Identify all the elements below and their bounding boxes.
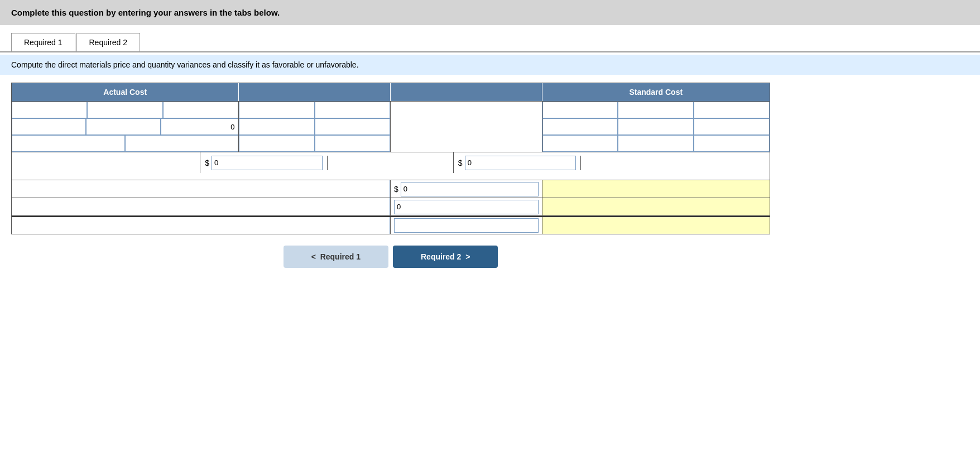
var-left-1: [12, 180, 391, 198]
header-instruction: Complete this question by entering your …: [0, 0, 980, 25]
mid1-cell-3b[interactable]: [315, 135, 390, 152]
mid1-cell-2a[interactable]: [239, 118, 314, 135]
mid1-cell-3a[interactable]: [239, 135, 314, 152]
mid1-input-2a[interactable]: [239, 119, 314, 134]
mid1-input-1b[interactable]: [315, 102, 390, 118]
var-mid-2: [391, 198, 542, 215]
variance-row-1: $: [12, 180, 770, 198]
std-cell-2c[interactable]: [694, 118, 770, 135]
instruction-bar: Compute the direct materials price and q…: [0, 55, 980, 75]
header-standard-cost: Standard Cost: [542, 83, 770, 101]
mid1-group: [239, 102, 391, 152]
mid1-cell-2b[interactable]: [315, 118, 390, 135]
tab-required2[interactable]: Required 2: [76, 33, 141, 51]
mid1-input-3b[interactable]: [315, 136, 390, 151]
actual-cell-1c[interactable]: [163, 102, 238, 118]
dollar-sign-1: $: [205, 158, 209, 167]
actual-input-2b[interactable]: [87, 119, 160, 134]
total-mid1: $: [200, 156, 328, 170]
std-input-1c[interactable]: [694, 102, 769, 118]
var-mid-3: [391, 217, 542, 234]
var-dollar-1: $: [394, 185, 398, 194]
next-arrow: >: [465, 252, 470, 261]
std-cell-3a[interactable]: [542, 135, 618, 152]
next-label: Required 2: [421, 252, 461, 261]
total-actual-input[interactable]: [212, 156, 323, 170]
prev-label: Required 1: [320, 252, 361, 261]
separator: [12, 173, 770, 180]
actual-input-1a[interactable]: [12, 102, 87, 118]
var-yellow-3: [542, 217, 770, 234]
actual-input-1b[interactable]: [88, 102, 162, 118]
standard-cost-group: [542, 102, 770, 152]
var-mid-1: $: [391, 180, 542, 198]
var-left-3: [12, 217, 391, 234]
header-mid2: [391, 83, 542, 101]
column-headers: Actual Cost Standard Cost: [12, 83, 770, 101]
std-cell-1c[interactable]: [694, 102, 770, 118]
var-value-2[interactable]: [394, 200, 539, 214]
std-input-2b[interactable]: [618, 119, 693, 134]
std-cell-3c[interactable]: [694, 135, 770, 152]
mid2-group: [391, 102, 542, 152]
input-section-row1: 0: [12, 101, 770, 152]
std-cell-2a[interactable]: [542, 118, 618, 135]
total-mid2: $: [454, 156, 581, 170]
variance-table: Actual Cost Standard Cost: [11, 83, 770, 234]
prev-button[interactable]: < Required 1: [284, 246, 388, 268]
var-value-1[interactable]: [401, 182, 539, 196]
variance-row-3: [12, 216, 770, 234]
var-yellow-input-3[interactable]: [542, 217, 770, 234]
actual-input-1c[interactable]: [164, 102, 238, 118]
var-left-input-3[interactable]: [12, 217, 390, 234]
var-left-input-1[interactable]: [12, 180, 390, 198]
var-yellow-2: [542, 198, 770, 215]
mid1-cell-1b[interactable]: [315, 102, 390, 118]
mid1-input-3a[interactable]: [239, 136, 314, 151]
dollar-sign-2: $: [458, 158, 463, 167]
tabs-container: Required 1 Required 2: [0, 25, 980, 52]
nav-buttons: < Required 1 Required 2 >: [11, 246, 770, 268]
std-input-1a[interactable]: [543, 102, 618, 118]
actual-cell-2b[interactable]: [86, 118, 160, 135]
std-cell-2b[interactable]: [618, 118, 694, 135]
std-cell-3b[interactable]: [618, 135, 694, 152]
actual-cell-1b[interactable]: [87, 102, 162, 118]
tab-required1[interactable]: Required 1: [11, 33, 75, 51]
std-input-1b[interactable]: [618, 102, 693, 118]
std-input-3c[interactable]: [694, 136, 769, 151]
actual-input-2a[interactable]: [12, 119, 85, 134]
actual-value-2c: 0: [161, 118, 238, 135]
actual-cell-2a[interactable]: [12, 118, 86, 135]
variance-section: $: [12, 180, 770, 234]
actual-cost-group: 0: [12, 102, 239, 152]
var-yellow-1: [542, 180, 770, 198]
std-input-3b[interactable]: [618, 136, 693, 151]
prev-arrow: <: [311, 252, 316, 261]
total-row: $ $: [12, 152, 770, 173]
var-value-3[interactable]: [394, 218, 539, 233]
std-cell-1b[interactable]: [618, 102, 694, 118]
next-button[interactable]: Required 2 >: [393, 246, 498, 268]
var-yellow-input-1[interactable]: [542, 180, 770, 198]
std-input-2c[interactable]: [694, 119, 769, 134]
mid1-cell-1a[interactable]: [239, 102, 314, 118]
var-left-2: [12, 198, 391, 215]
mid1-input-2b[interactable]: [315, 119, 390, 134]
mid1-input-1a[interactable]: [239, 102, 314, 118]
header-actual-cost: Actual Cost: [12, 83, 239, 101]
var-left-input-2[interactable]: [12, 198, 390, 215]
std-input-3a[interactable]: [543, 136, 618, 151]
main-content: Actual Cost Standard Cost: [0, 75, 980, 276]
actual-input-3b[interactable]: [126, 136, 238, 151]
var-yellow-input-2[interactable]: [542, 198, 770, 215]
total-mid-input[interactable]: [465, 156, 576, 170]
std-cell-1a[interactable]: [542, 102, 618, 118]
std-input-2a[interactable]: [543, 119, 618, 134]
variance-row-2: [12, 198, 770, 216]
header-mid1: [239, 83, 391, 101]
actual-cell-1a[interactable]: [12, 102, 87, 118]
